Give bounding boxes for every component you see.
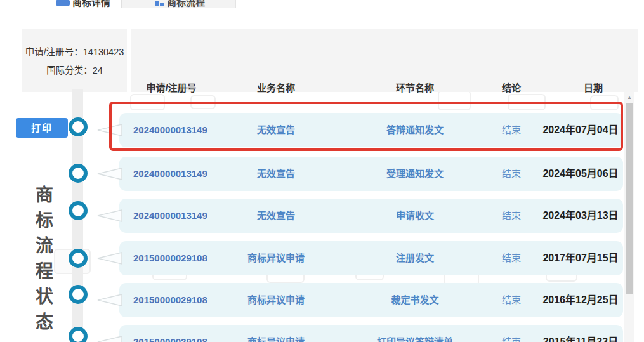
bubble-tail (96, 124, 122, 136)
conclusion: 结束 (486, 325, 537, 342)
column-header-business: 业务名称 (238, 81, 314, 94)
table-header: 申请/注册号 业务名称 环节名称 结论 日期 (131, 29, 638, 92)
timeline-dot (69, 117, 88, 136)
conclusion: 结束 (486, 283, 537, 317)
tab-label: 商标详情 (72, 0, 110, 8)
timeline-dot (69, 285, 88, 304)
app-no-link[interactable]: 20150000029108 (133, 283, 228, 317)
bubble-tail (96, 168, 122, 180)
timeline-dot (69, 327, 88, 342)
app-no-link[interactable]: 20240000013149 (133, 157, 228, 191)
business-name: 商标异议申请 (225, 283, 327, 317)
international-class: 国际分类：24 (46, 63, 103, 76)
date: 2015年11月23日 (539, 325, 622, 342)
column-header-conclusion: 结论 (486, 81, 537, 94)
timeline-dot (69, 201, 88, 220)
card-icon (56, 0, 70, 6)
date: 2016年12月25日 (539, 283, 622, 317)
bubble-tail (96, 294, 122, 306)
app-no-link[interactable]: 20240000013149 (133, 199, 228, 233)
timeline-dot (69, 164, 88, 183)
business-name: 无效宣告 (225, 157, 327, 191)
watermark-shape (190, 95, 216, 109)
stage-name: 裁定书发文 (364, 283, 466, 317)
date: 2017年07月15日 (539, 241, 622, 275)
application-number: 申请/注册号：14130423 (25, 44, 124, 58)
bubble-tail (96, 252, 122, 265)
watermark-shape (508, 94, 546, 110)
watermark-shape (130, 94, 165, 110)
panel-right-border (638, 8, 638, 342)
column-header-app-no: 申请/注册号 (136, 81, 206, 94)
conclusion: 结束 (486, 241, 537, 275)
app-no-link[interactable]: 20240000013149 (133, 113, 228, 147)
stage-name: 注册发文 (364, 241, 466, 275)
process-row[interactable]: 20240000013149 无效宣告 受理通知发文 结束 2024年05月06… (119, 157, 623, 191)
date: 2024年03月13日 (539, 199, 622, 233)
conclusion: 结束 (486, 113, 537, 147)
trademark-info-card: 申请/注册号：14130423 国际分类：24 (22, 29, 127, 92)
conclusion: 结束 (486, 157, 537, 191)
tab-trademark-detail[interactable]: 商标详情 (24, 0, 121, 8)
tabbar-divider (0, 8, 638, 8)
watermark-shape (590, 95, 619, 110)
business-name: 无效宣告 (225, 113, 327, 147)
bubble-tail (96, 336, 122, 342)
date: 2024年05月06日 (539, 157, 622, 191)
stage-name: 受理通知发文 (364, 157, 466, 191)
business-name: 商标异议申请 (225, 325, 327, 342)
section-title-vertical: 商标流程状态 (30, 185, 55, 338)
column-header-stage: 环节名称 (377, 81, 453, 94)
scrollbar-thumb[interactable] (626, 103, 633, 294)
timeline-dot (69, 249, 88, 268)
process-row[interactable]: 20150000029108 商标异议申请 注册发文 结束 2017年07月15… (119, 241, 623, 275)
process-row[interactable]: 20150000029108 商标异议申请 打印异议答辩清单 结束 2015年1… (119, 325, 623, 342)
tab-label: 商标流程 (167, 0, 205, 8)
stage-name: 申请收文 (364, 199, 466, 233)
business-name: 商标异议申请 (225, 241, 327, 275)
vertical-scrollbar[interactable]: ▲ (624, 92, 634, 342)
tab-trademark-process[interactable]: 商标流程 (121, 0, 236, 8)
stage-name: 答辩通知发文 (364, 113, 466, 147)
business-name: 无效宣告 (225, 199, 327, 233)
column-header-date: 日期 (568, 81, 619, 94)
conclusion: 结束 (486, 199, 537, 233)
print-button[interactable]: 打印 (16, 118, 68, 138)
process-row[interactable]: 20150000029108 商标异议申请 裁定书发文 结束 2016年12月2… (119, 283, 623, 317)
bar-chart-icon (155, 1, 165, 6)
date: 2024年07月04日 (539, 113, 622, 147)
app-no-link[interactable]: 20150000029108 (133, 325, 228, 342)
tab-bar: 商标详情 商标流程 (0, 0, 644, 8)
process-row[interactable]: 20240000013149 无效宣告 申请收文 结束 2024年03月13日 (119, 199, 623, 233)
bubble-tail (96, 209, 122, 222)
scroll-up-icon[interactable]: ▲ (624, 93, 634, 102)
process-row[interactable]: 20240000013149 无效宣告 答辩通知发文 结束 2024年07月04… (119, 113, 623, 147)
app-no-link[interactable]: 20150000029108 (133, 241, 228, 275)
stage-name: 打印异议答辩清单 (364, 325, 466, 342)
